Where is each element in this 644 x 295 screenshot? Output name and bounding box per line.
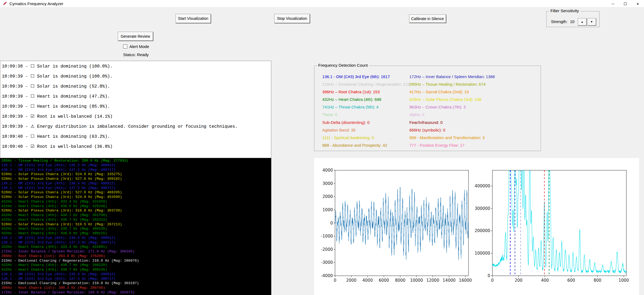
detect-col-left: 136.1 - OM (C#3) 3rd Eye (6th): 1617215H…	[322, 73, 408, 149]
maximize-button[interactable]	[619, 0, 632, 8]
checked-box-icon: ☑	[31, 114, 34, 119]
detection-count-label: 1111 - Spiritual Awakening: 0	[322, 134, 408, 142]
terminal-line: 432Hz - Heart Chakra (4th): 430.7 Hz (Ma…	[1, 263, 271, 268]
log-entry: 10:09:39 - ☐ Solar is dominating (52.8%)…	[2, 81, 271, 91]
detection-count-label: Agitation Band: 35	[322, 126, 408, 134]
detection-count-label: 963Hz – Crown Chakra (7th): 3	[409, 103, 540, 111]
svg-text:0: 0	[487, 273, 490, 278]
svg-text:0: 0	[330, 221, 333, 226]
svg-text:2000: 2000	[323, 194, 333, 199]
terminal-line: 136.1 - OM (C#3) 3rd Eye (6th): 136.4 Hz…	[1, 181, 271, 186]
detection-count-label: 432Hz – Heart Chakra (4th): 688	[322, 96, 408, 103]
detection-count-label: 172Hz – Inner Balance / Spleen Meridian:…	[409, 73, 540, 81]
svg-text:4000: 4000	[362, 278, 373, 283]
terminal-line: 215Hz - Emotional Clearing / Regeneratio…	[1, 259, 271, 263]
terminal-line: 136.1 - OM (C#3) 3rd Eye (6th): 137.3 Hz…	[1, 277, 271, 281]
filter-sensitivity-group-label: Filter Sensitivity	[549, 8, 580, 13]
terminal-line: 285Hz - Tissue Healing / Restoration: 28…	[1, 159, 271, 163]
terminal-line: 136.1 - OM (C#3) 3rd Eye (6th): 137.3 Hz…	[1, 168, 271, 172]
down-arrow-icon: ▼	[590, 20, 593, 23]
terminal-line: 136.1 - OM (C#3) 3rd Eye (6th): 137.3 Hz…	[1, 186, 271, 191]
log-entry: 10:09:40 - ☐ Heart is dominating (63.2%)…	[2, 132, 271, 142]
svg-text:0: 0	[334, 278, 336, 283]
detection-count-label: 136.1 - OM (C#3) 3rd Eye (6th): 1617	[322, 73, 408, 81]
strength-increase-button[interactable]: ▲	[578, 18, 586, 25]
log-entry: 10:09:39 - ☑ Root is well-balanced (14.1…	[2, 111, 271, 121]
terminal-line: 528Hz - Solar Plexus Chakra (3rd): 524.9…	[1, 195, 271, 200]
terminal-line: 528Hz - Solar Plexus Chakra (3rd): 524.9…	[1, 172, 271, 177]
terminal-line: 432Hz - Heart Chakra (4th): 436.0 Hz (Ma…	[1, 231, 271, 236]
detection-count-label: 999 - Manifestation and Transformation: …	[409, 134, 540, 142]
window-controls: ✕	[607, 0, 644, 8]
detection-count-label: Theta: 0	[322, 111, 408, 118]
svg-text:8000: 8000	[395, 278, 405, 283]
terminal-line: 528Hz - Solar Plexus Chakra (3rd): 527.6…	[1, 177, 271, 181]
window-title: Cymatics Frequency Analyzer	[9, 1, 63, 6]
svg-text:600: 600	[567, 278, 575, 283]
up-arrow-icon: ▲	[581, 20, 584, 23]
log-panel[interactable]: 10:09:38 - ☐ Solar is dominating (100.0%…	[0, 61, 271, 158]
app-feather-icon	[2, 1, 7, 6]
unchecked-box-icon: ☐	[31, 104, 34, 109]
detection-count-label: Sub-Delta (disorienting): 0	[322, 119, 408, 126]
svg-text:100000: 100000	[475, 251, 490, 256]
waveform-chart: 0200040006000800010000120001400016000-40…	[314, 158, 477, 295]
log-entry: 10:09:39 - ☐ Solar is dominating (100.0%…	[2, 71, 271, 81]
minimize-button[interactable]	[607, 0, 619, 8]
terminal-line: 432Hz - Heart Chakra (4th): 433.4 Hz (Ma…	[1, 200, 271, 204]
terminal-line: 432Hz - Heart Chakra (4th): 438.7 Hz (Ma…	[1, 268, 271, 272]
svg-text:-4000: -4000	[321, 273, 333, 278]
detection-count-label: Fear/Infrasound: 0	[409, 119, 540, 126]
calibrate-in-silence-button[interactable]: Calibrate in Silence	[409, 14, 446, 23]
terminal-line: 528Hz - Solar Plexus Chakra (3rd): 519.5…	[1, 222, 271, 227]
svg-text:1000: 1000	[619, 278, 629, 283]
svg-text:1000: 1000	[323, 207, 333, 212]
alert-mode-checkbox[interactable]	[123, 44, 127, 49]
detection-count-label: 528Hz – Solar Plexus Chakra (3rd): 236	[409, 96, 540, 103]
terminal-panel[interactable]: 285Hz - Tissue Healing / Restoration: 28…	[0, 158, 271, 295]
log-entry: 10:09:38 - ☐ Solar is dominating (100.0%…	[2, 61, 271, 71]
terminal-line: 215Hz - Emotional Clearing / Regeneratio…	[1, 281, 271, 286]
strength-decrease-button[interactable]: ▼	[587, 18, 596, 25]
terminal-line: 396Hz - Root Chakra (1st): 390.3 Hz (Mag…	[1, 286, 271, 290]
svg-text:300000: 300000	[475, 206, 490, 211]
close-button[interactable]: ✕	[632, 0, 644, 8]
unchecked-box-icon: ☐	[31, 84, 34, 89]
status-label: Status: Ready	[122, 52, 149, 57]
terminal-line: 432Hz - Heart Chakra (4th): 438.7 Hz (Ma…	[1, 227, 271, 231]
svg-text:4000: 4000	[323, 168, 333, 173]
minimize-icon	[611, 4, 614, 4]
strength-label: Strength:	[551, 19, 568, 24]
detection-count-label: 396Hz – Root Chakra (1st): 153	[322, 88, 408, 96]
unchecked-box-icon: ☐	[31, 134, 34, 139]
svg-text:-1000: -1000	[321, 234, 333, 239]
terminal-line: 396Hz - Root Chakra (1st): 393.0 Hz (Mag…	[1, 254, 271, 259]
terminal-line: 432Hz - Heart Chakra (4th): 430.7 Hz (Ma…	[1, 213, 271, 218]
detection-count-label: 888 - Abundance and Prosperity: 42	[322, 142, 408, 149]
detection-count-label: Alpha: 0	[409, 111, 540, 118]
svg-text:-3000: -3000	[321, 260, 333, 265]
alert-mode-label: Alert Mode	[129, 44, 149, 49]
detect-col-right: 172Hz – Inner Balance / Spleen Meridian:…	[409, 73, 540, 149]
svg-text:400000: 400000	[475, 184, 490, 188]
warning-icon: ⚠	[31, 124, 34, 129]
checked-box-icon: ☑	[31, 144, 34, 149]
detection-count-label: 285Hz – Tissue Healing / Restoration: 67…	[409, 81, 540, 88]
filter-sensitivity-group: Filter Sensitivity Strength: 10 ▲ ▼	[546, 11, 600, 27]
unchecked-box-icon: ☐	[31, 63, 34, 69]
detection-count-label: 215Hz – Emotional Clearing / Regeneratio…	[322, 81, 408, 88]
terminal-line: 136.1 - OM (C#3) 3rd Eye (6th): 135.4 Hz…	[1, 272, 271, 277]
unchecked-box-icon: ☐	[31, 73, 34, 79]
stop-visualization-button[interactable]: Stop Visualization	[274, 14, 310, 23]
start-visualization-button[interactable]: Start Visualization	[176, 14, 211, 23]
terminal-line: 172Hz - Inner Balance / Spleen Meridian:…	[1, 249, 271, 254]
frequency-detection-group-label: Frequency Detection Count	[317, 63, 369, 68]
svg-text:200000: 200000	[475, 228, 490, 233]
log-entry: 10:09:39 - ⚠ Energy distribution is imba…	[2, 121, 271, 132]
svg-text:6000: 6000	[379, 278, 389, 283]
terminal-line: 528Hz - Solar Plexus Chakra (3rd): 516.8…	[1, 209, 271, 213]
terminal-line: 136.1 - OM (C#3) 3rd Eye (6th): 137.3 Hz…	[1, 241, 271, 245]
generate-review-button[interactable]: Generate Review	[118, 32, 153, 41]
svg-text:400: 400	[541, 278, 549, 283]
terminal-line: 136.1 - OM (C#3) 3rd Eye (6th): 136.2 Hz…	[1, 163, 271, 168]
